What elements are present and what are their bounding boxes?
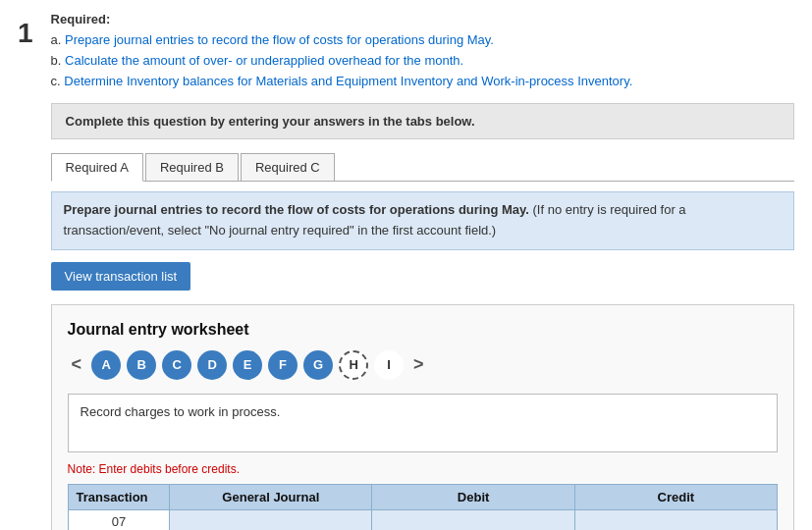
step-btn-d[interactable]: D: [197, 350, 227, 380]
col-header-general-journal: General Journal: [170, 484, 372, 509]
col-header-credit: Credit: [574, 484, 777, 509]
tab-required-b[interactable]: Required B: [145, 153, 239, 181]
credit-input[interactable]: [575, 510, 777, 530]
col-header-transaction: Transaction: [68, 484, 170, 509]
required-section: Required: a. Prepare journal entries to …: [51, 12, 794, 91]
content-area: Required: a. Prepare journal entries to …: [51, 0, 812, 530]
debit-cell[interactable]: [372, 509, 574, 530]
worksheet-box: Journal entry worksheet < A B C D E F G …: [51, 304, 794, 530]
instruction-box: Complete this question by entering your …: [51, 103, 794, 139]
tab-required-c[interactable]: Required C: [241, 153, 335, 181]
journal-table: Transaction General Journal Debit Credit…: [68, 484, 778, 530]
info-box: Prepare journal entries to record the fl…: [51, 191, 794, 250]
required-label: Required:: [51, 12, 794, 26]
required-item-b: b. Calculate the amount of over- or unde…: [51, 51, 794, 72]
item-a-letter: a.: [51, 32, 65, 47]
description-box: Record charges to work in process.: [68, 394, 778, 452]
table-row: 07: [68, 509, 777, 530]
step-btn-e[interactable]: E: [233, 350, 262, 380]
nav-prev-arrow[interactable]: <: [68, 354, 86, 375]
step-btn-b[interactable]: B: [127, 350, 156, 380]
step-btn-a[interactable]: A: [91, 350, 121, 380]
info-box-bold: Prepare journal entries to record the fl…: [64, 202, 529, 217]
step-btn-h[interactable]: H: [339, 350, 368, 380]
debit-input[interactable]: [372, 510, 573, 530]
view-transaction-btn[interactable]: View transaction list: [51, 262, 191, 291]
tab-required-a[interactable]: Required A: [51, 153, 143, 182]
step-btn-i[interactable]: I: [374, 350, 404, 380]
step-btn-g[interactable]: G: [303, 350, 333, 380]
transaction-cell: 07: [68, 509, 170, 530]
note-text: Note: Enter debits before credits.: [68, 462, 778, 476]
nav-row: < A B C D E F G H I >: [68, 350, 778, 380]
step-btn-c[interactable]: C: [162, 350, 191, 380]
page-wrapper: 1 Required: a. Prepare journal entries t…: [0, 0, 812, 530]
question-number: 1: [0, 0, 51, 530]
required-item-a: a. Prepare journal entries to record the…: [51, 30, 794, 51]
credit-cell[interactable]: [574, 509, 777, 530]
general-journal-input[interactable]: [170, 510, 371, 530]
col-header-debit: Debit: [372, 484, 574, 509]
step-btn-f[interactable]: F: [268, 350, 298, 380]
worksheet-title: Journal entry worksheet: [68, 321, 778, 339]
item-c-text: Determine Inventory balances for Materia…: [64, 74, 632, 88]
item-b-text: Calculate the amount of over- or underap…: [65, 53, 463, 68]
required-item-c: c. Determine Inventory balances for Mate…: [51, 72, 794, 92]
item-a-text: Prepare journal entries to record the fl…: [65, 32, 494, 47]
item-c-letter: c.: [51, 74, 65, 88]
nav-next-arrow[interactable]: >: [409, 354, 428, 375]
item-b-letter: b.: [51, 53, 65, 68]
tabs-row: Required A Required B Required C: [51, 153, 794, 182]
general-journal-cell[interactable]: [170, 509, 372, 530]
